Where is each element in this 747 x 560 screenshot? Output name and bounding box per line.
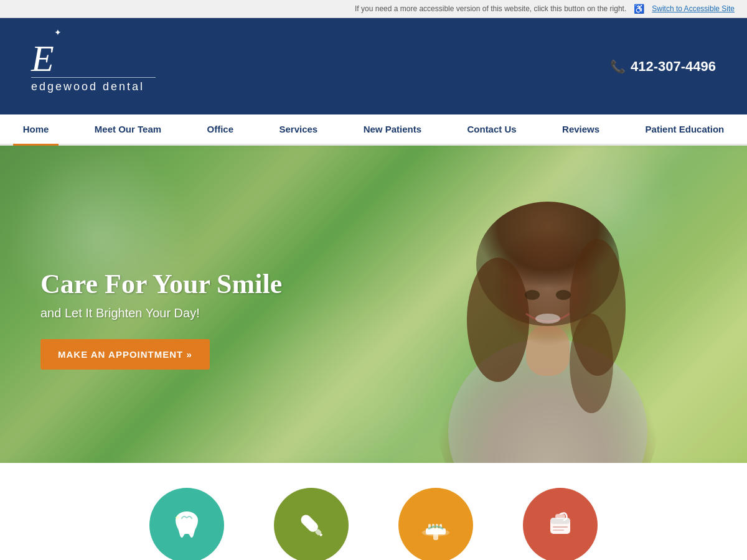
phone-area[interactable]: 📞 412-307-4496 (610, 58, 716, 75)
tooth-icon: ✦ (168, 506, 205, 544)
toothpaste-icon-circle[interactable] (274, 488, 349, 560)
nav-item-contact-us[interactable]: Contact Us (457, 114, 526, 144)
logo-letter: E (31, 40, 54, 77)
svg-rect-25 (553, 526, 568, 528)
site-header: E ✦ edgewood dental 📞 412-307-4496 (0, 18, 747, 114)
nav-item-office[interactable]: Office (197, 114, 244, 144)
nav-item-new-patients[interactable]: New Patients (354, 114, 431, 144)
hero-title: Care For Your Smile (40, 268, 282, 300)
svg-text:✦: ✦ (174, 513, 181, 522)
icons-section: ✦ (0, 463, 747, 560)
appointment-button[interactable]: MAKE AN APPOINTMENT » (40, 339, 210, 370)
tooth-icon-circle[interactable]: ✦ (149, 488, 224, 560)
nav-item-home[interactable]: Home (13, 114, 59, 144)
toothbrush-icon-circle[interactable] (398, 488, 473, 560)
toothbrush-icon (417, 506, 454, 544)
toothpaste-icon (293, 506, 330, 544)
accessibility-icon: ♿ (634, 4, 644, 14)
floss-icon-circle[interactable] (523, 488, 598, 560)
phone-number: 412-307-4496 (631, 58, 716, 75)
nav-item-reviews[interactable]: Reviews (552, 114, 609, 144)
main-nav: Home Meet Our Team Office Services New P… (0, 114, 747, 146)
logo-star: ✦ (54, 27, 62, 37)
floss-icon (542, 506, 579, 544)
accessible-site-link[interactable]: Switch to Accessible Site (652, 4, 735, 13)
accessibility-message: If you need a more accessible version of… (355, 4, 626, 13)
nav-item-patient-education[interactable]: Patient Education (636, 114, 735, 144)
accessibility-bar: If you need a more accessible version of… (0, 0, 747, 18)
phone-icon: 📞 (610, 59, 626, 74)
logo-name: edgewood dental (31, 77, 156, 93)
logo-area[interactable]: E ✦ edgewood dental (31, 40, 156, 93)
nav-item-meet-our-team[interactable]: Meet Our Team (85, 114, 171, 144)
hero-section: Care For Your Smile and Let It Brighten … (0, 146, 747, 463)
hero-content: Care For Your Smile and Let It Brighten … (40, 268, 282, 370)
nav-item-services[interactable]: Services (269, 114, 327, 144)
hero-subtitle: and Let It Brighten Your Day! (40, 306, 282, 320)
svg-rect-21 (433, 534, 438, 540)
svg-rect-26 (553, 530, 564, 531)
